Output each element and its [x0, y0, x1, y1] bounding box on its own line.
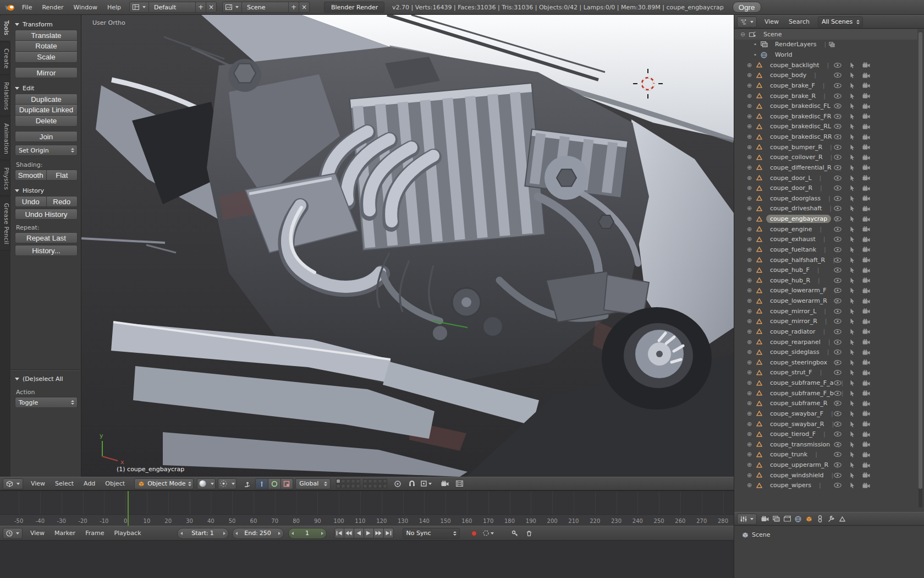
restrict-view-icon[interactable] [833, 83, 842, 88]
outliner-object-row[interactable]: ⊕coupe_lowerarm_R| [734, 296, 917, 306]
restrict-select-icon[interactable] [848, 308, 856, 314]
restrict-select-icon[interactable] [848, 247, 856, 253]
restrict-select-icon[interactable] [848, 349, 856, 355]
restrict-select-icon[interactable] [848, 236, 856, 242]
object-name[interactable]: coupe_trunk [766, 450, 811, 459]
timeline-menu-view[interactable]: View [25, 530, 50, 537]
delete-scene-button[interactable]: × [299, 2, 309, 12]
restrict-select-icon[interactable] [848, 277, 856, 283]
current-frame-field[interactable]: 1 [288, 528, 327, 539]
shade-flat-button[interactable]: Flat [47, 170, 78, 181]
delete-layout-button[interactable]: × [206, 2, 216, 12]
expand-icon[interactable]: ⊕ [745, 236, 754, 243]
layer-toggle[interactable] [341, 479, 345, 483]
expand-icon[interactable]: ⊕ [745, 195, 754, 202]
restrict-render-icon[interactable] [862, 124, 871, 129]
timeline-canvas[interactable]: -50-40-30-20-100102030405060708090100110… [0, 490, 734, 526]
restrict-render-icon[interactable] [862, 462, 871, 468]
restrict-view-icon[interactable] [833, 258, 842, 263]
outliner-object-row[interactable]: ⊕coupe_brake_R| [734, 91, 917, 101]
duplicate-linked-button[interactable]: Duplicate Linked [15, 105, 78, 116]
play-button[interactable] [364, 528, 374, 538]
restrict-view-icon[interactable] [833, 94, 842, 99]
timeline-menu-playback[interactable]: Playback [109, 530, 146, 537]
restrict-select-icon[interactable] [848, 195, 856, 201]
expand-icon[interactable]: ⊕ [745, 92, 754, 100]
outliner-renderlayers-row[interactable]: • RenderLayers | [734, 40, 917, 50]
restrict-render-icon[interactable] [862, 277, 871, 283]
expand-icon[interactable]: ⊕ [745, 205, 754, 212]
restrict-select-icon[interactable] [848, 339, 856, 345]
object-name[interactable]: coupe_hub_R [766, 276, 814, 285]
object-name[interactable]: coupe_windshield [766, 471, 828, 479]
jump-to-end-button[interactable] [384, 528, 394, 538]
increment-arrow-icon[interactable] [223, 532, 226, 535]
restrict-select-icon[interactable] [848, 287, 856, 293]
expand-icon[interactable]: ⊕ [745, 430, 754, 438]
object-name[interactable]: coupe_tierod_F [766, 430, 820, 438]
mode-select[interactable]: Object Mode [134, 478, 194, 489]
expand-icon[interactable]: ⊕ [745, 318, 754, 325]
restrict-select-icon[interactable] [848, 123, 856, 129]
outliner-world-row[interactable]: • World [734, 50, 917, 60]
play-reverse-button[interactable] [354, 528, 364, 538]
restrict-render-icon[interactable] [862, 144, 871, 150]
restrict-render-icon[interactable] [862, 350, 871, 355]
object-name[interactable]: coupe_exhaust [766, 235, 820, 243]
expand-icon[interactable]: ⊕ [745, 215, 754, 222]
outliner-object-row[interactable]: ⊕coupe_brakedisc_FR| [734, 111, 917, 122]
manipulator-toggle[interactable] [241, 478, 254, 489]
snap-magnet-toggle[interactable] [405, 478, 419, 489]
timeline-menu-marker[interactable]: Marker [50, 530, 80, 537]
object-name[interactable]: coupe_engbaycrap [766, 215, 831, 223]
display-mode-select[interactable]: All Scenes [818, 17, 863, 28]
expand-icon[interactable]: ⊕ [745, 175, 754, 182]
restrict-select-icon[interactable] [848, 267, 856, 273]
expand-icon[interactable]: ⊕ [745, 410, 754, 417]
frame-start-field[interactable]: Start: 1 [177, 528, 229, 539]
view3d-menu-view[interactable]: View [26, 480, 50, 487]
expand-icon[interactable]: ⊕ [745, 482, 754, 489]
restrict-select-icon[interactable] [848, 411, 856, 417]
expand-icon[interactable]: ⊕ [745, 339, 754, 346]
outliner-object-row[interactable]: ⊕coupe_bumper_R| [734, 142, 917, 152]
restrict-render-icon[interactable] [862, 411, 871, 416]
render-tab-icon[interactable] [760, 514, 771, 525]
object-name[interactable]: coupe_subframe_F_a [766, 379, 837, 387]
restrict-view-icon[interactable] [833, 103, 842, 108]
timeline-editor-type-button[interactable] [3, 528, 23, 539]
restrict-view-icon[interactable] [833, 196, 842, 201]
restrict-render-icon[interactable] [862, 441, 871, 447]
restrict-render-icon[interactable] [862, 257, 871, 263]
outliner-object-row[interactable]: ⊕coupe_engine| [734, 224, 917, 235]
restrict-view-icon[interactable] [833, 422, 842, 427]
restrict-select-icon[interactable] [848, 472, 856, 478]
restrict-render-icon[interactable] [862, 73, 871, 78]
object-name[interactable]: coupe_upperarm_R [766, 461, 832, 469]
restrict-render-icon[interactable] [862, 226, 871, 232]
restrict-render-icon[interactable] [862, 113, 871, 119]
shelf-tab-animation[interactable]: Animation [0, 118, 10, 160]
object-name[interactable]: coupe_sideglass [766, 348, 823, 356]
layer-toggle[interactable] [363, 484, 367, 488]
expand-icon[interactable]: ⊕ [745, 451, 754, 458]
restrict-select-icon[interactable] [848, 380, 856, 386]
expand-icon[interactable]: ⊕ [745, 144, 754, 151]
expand-icon[interactable]: ⊕ [745, 390, 754, 397]
screen-layout-value[interactable]: Default [149, 4, 195, 11]
layer-toggle[interactable] [378, 484, 382, 488]
outliner-object-row[interactable]: ⊕coupe_door_R| [734, 183, 917, 193]
restrict-view-icon[interactable] [833, 452, 842, 457]
restrict-render-icon[interactable] [862, 186, 871, 191]
expand-icon[interactable]: ⊕ [745, 369, 754, 376]
restrict-view-icon[interactable] [833, 288, 842, 293]
expand-icon[interactable]: ⊕ [745, 441, 754, 448]
restrict-render-icon[interactable] [862, 452, 871, 457]
expand-icon[interactable]: ⊕ [745, 328, 754, 335]
restrict-view-icon[interactable] [833, 442, 842, 447]
object-name[interactable]: coupe_brake_F [766, 81, 819, 90]
data-tab-icon[interactable] [837, 514, 848, 525]
outliner-object-row[interactable]: ⊕coupe_subframe_F_b| [734, 388, 917, 399]
restrict-select-icon[interactable] [848, 462, 856, 468]
restrict-view-icon[interactable] [833, 309, 842, 314]
